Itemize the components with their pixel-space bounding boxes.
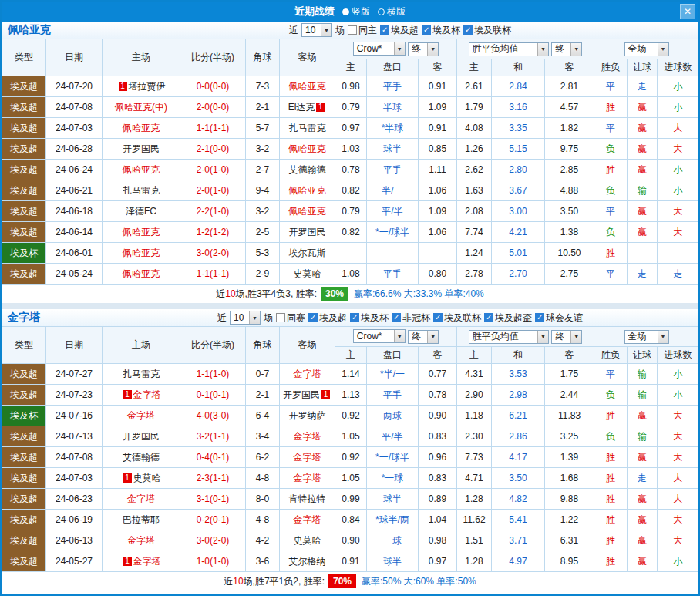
home-odds-cell: 0.98 (335, 76, 367, 97)
home-odds-cell: 0.82 (335, 180, 367, 201)
league-checkbox[interactable]: 埃及超盃 (484, 311, 532, 325)
col-result: 胜负 (594, 347, 628, 364)
league-checkbox[interactable]: 埃及联杯 (433, 311, 481, 325)
checkbox-icon (392, 313, 401, 322)
final-odds-select[interactable]: 终▼ (408, 42, 439, 56)
close-icon[interactable]: ✕ (680, 4, 695, 19)
away-team-cell: El达克1 (280, 97, 335, 118)
avg-draw-cell: 3.71 (492, 530, 545, 551)
home-team-cell: 佩哈亚克 (103, 243, 180, 264)
match-count-select[interactable]: 10 ▼ (230, 311, 261, 325)
match-row: 埃及超 24-07-13 开罗国民 3-2(1-1) 3-4 金字塔 1.05 … (2, 426, 699, 447)
summary-text: 近 (224, 575, 233, 588)
final-odds-select[interactable]: 终▼ (408, 330, 439, 344)
home-odds-cell: 0.91 (335, 551, 367, 572)
handicap-cell: *球半/两 (367, 510, 419, 530)
league-label: 埃及杯 (361, 311, 389, 325)
league-checkbox[interactable]: 球会友谊 (535, 311, 583, 325)
radio-vertical[interactable]: 竖版 (342, 5, 370, 19)
league-checkbox[interactable]: 埃及杯 (350, 311, 389, 325)
score-cell: 2-1(0-0) (180, 139, 246, 160)
league-label: 埃及联杯 (444, 311, 481, 325)
summary-text: 近 (216, 288, 225, 301)
section-divider (2, 303, 698, 309)
avg-away-cell: 1.75 (545, 364, 594, 385)
away-odds-cell: 0.85 (419, 139, 457, 160)
scope-select[interactable]: 全场▼ (624, 330, 669, 344)
avg-draw-cell: 2.80 (492, 160, 545, 180)
type-cell: 埃及杯 (2, 243, 46, 264)
league-checkbox[interactable]: 埃及联杯 (463, 24, 511, 37)
date-cell: 24-07-03 (46, 468, 103, 489)
date-cell: 24-05-24 (46, 264, 103, 285)
date-cell: 24-07-20 (46, 76, 103, 97)
same-venue-checkbox[interactable]: 同主 (348, 24, 377, 37)
titlebar: 近期战绩 竖版 横版 ✕ (2, 2, 698, 22)
date-cell: 24-05-27 (46, 551, 103, 572)
goals-result-cell: 大 (658, 222, 699, 243)
team-name: 金字塔 (8, 311, 40, 325)
scope-select[interactable]: 全场▼ (624, 42, 669, 56)
col-away: 客场 (280, 327, 335, 364)
avg-away-cell: 6.31 (545, 530, 594, 551)
col-away: 客场 (280, 39, 335, 76)
away-odds-cell: 0.89 (419, 489, 457, 510)
corner-cell: 2-5 (246, 222, 280, 243)
result-cell: 胜 (594, 447, 628, 468)
league-checkbox[interactable]: 非冠杯 (392, 311, 430, 325)
games-label: 场 (264, 311, 273, 325)
avg-away-cell: 4.88 (545, 180, 594, 201)
away-odds-cell: 0.80 (419, 264, 457, 285)
type-cell: 埃及超 (2, 489, 46, 510)
away-team-cell: 金字塔 (280, 447, 335, 468)
avg-home-cell: 4.08 (457, 118, 492, 139)
match-row: 埃及杯 24-07-16 金字塔 4-0(3-0) 6-4 开罗纳萨 0.92 … (2, 406, 699, 426)
handicap-cell: 平手 (367, 385, 419, 406)
red-card-badge: 1 (123, 473, 132, 483)
checkbox-icon (535, 313, 544, 322)
handicap-result-cell (628, 243, 658, 264)
score-cell: 1-1(1-0) (180, 364, 246, 385)
team-name: 佩哈亚克 (8, 23, 51, 37)
match-row: 埃及超 24-07-27 扎马雷克 1-1(1-0) 0-7 金字塔 1.14 … (2, 364, 699, 385)
league-checkbox[interactable]: 埃及杯 (422, 24, 460, 37)
type-cell: 埃及超 (2, 468, 46, 489)
avg-odds-select[interactable]: 胜平负均值▼ (469, 330, 549, 344)
score-cell: 3-0(2-0) (180, 530, 246, 551)
radio-horizontal[interactable]: 横版 (378, 5, 406, 19)
final-avg-select[interactable]: 终▼ (551, 330, 582, 344)
avg-away-cell: 1.68 (545, 468, 594, 489)
away-odds-cell: 0.77 (419, 364, 457, 385)
avg-odds-select[interactable]: 胜平负均值▼ (469, 42, 549, 56)
red-card-badge: 1 (316, 103, 325, 112)
avg-draw-cell: 2.84 (492, 76, 545, 97)
league-checkbox[interactable]: 埃及超 (308, 311, 347, 325)
avg-home-cell: 1.51 (457, 530, 492, 551)
goals-result-cell: 走 (658, 264, 699, 285)
home-team-cell: 巴拉蒂耶 (103, 510, 180, 530)
odds-company-select[interactable]: Crow*▼ (353, 329, 406, 343)
odds-company-select[interactable]: Crow*▼ (353, 42, 406, 56)
league-label: 球会友谊 (546, 311, 583, 325)
corner-cell: 0-7 (246, 364, 280, 385)
final-avg-select[interactable]: 终▼ (551, 42, 582, 56)
same-venue-checkbox[interactable]: 同赛 (276, 311, 305, 325)
match-count-select[interactable]: 10 ▼ (301, 23, 332, 37)
col-corner: 角球 (246, 39, 280, 76)
handicap-cell: *一/球半 (367, 447, 419, 468)
home-odds-cell: 0.97 (335, 118, 367, 139)
section2-summary: 近10场,胜7平1负2, 胜率: 70% 赢率:50% 大:60% 单率:50% (2, 572, 698, 591)
result-cell: 胜 (594, 160, 628, 180)
chevron-down-icon: ▼ (570, 43, 581, 56)
corner-cell: 5-7 (246, 118, 280, 139)
score-cell: 1-1(1-1) (180, 264, 246, 285)
league-checkbox[interactable]: 埃及超 (380, 24, 419, 37)
home-odds-cell: 1.14 (335, 364, 367, 385)
col-avg-home: 主 (457, 347, 492, 364)
type-cell: 埃及超 (2, 447, 46, 468)
avg-away-cell: 4.57 (545, 97, 594, 118)
avg-home-cell: 2.62 (457, 160, 492, 180)
handicap-result-cell: 赢 (628, 406, 658, 426)
score-cell: 4-0(3-0) (180, 406, 246, 426)
handicap-result-cell: 赢 (628, 139, 658, 160)
